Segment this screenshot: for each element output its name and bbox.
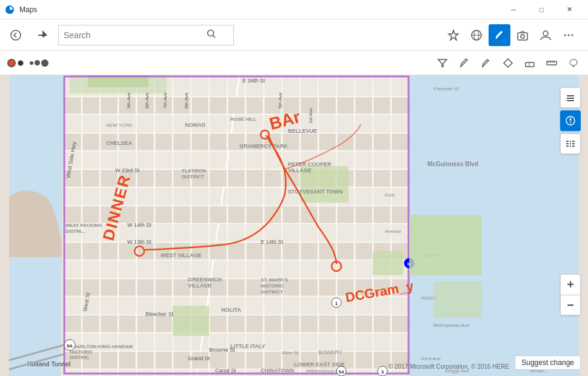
svg-rect-131 — [373, 133, 390, 150]
svg-text:CHELSEA: CHELSEA — [106, 140, 133, 146]
svg-rect-98 — [228, 97, 245, 114]
svg-rect-208 — [373, 315, 390, 332]
ink-options-left — [5, 59, 430, 67]
svg-rect-154 — [137, 243, 154, 260]
svg-rect-149 — [101, 352, 118, 369]
map-compass-button[interactable] — [560, 110, 581, 131]
camera-button[interactable] — [512, 24, 533, 46]
svg-rect-115 — [301, 133, 318, 150]
svg-point-3 — [208, 30, 214, 36]
svg-text:E 14th St: E 14th St — [261, 239, 284, 245]
map-layers-button[interactable] — [560, 87, 581, 108]
title-bar-left: Maps — [5, 5, 37, 15]
svg-rect-176 — [228, 315, 245, 332]
color-red-selected[interactable] — [7, 59, 16, 67]
svg-point-11 — [543, 31, 548, 36]
ruler-icon — [546, 58, 557, 69]
svg-rect-156 — [137, 315, 154, 332]
svg-rect-188 — [282, 315, 299, 332]
ink-pencil-button[interactable] — [476, 53, 496, 73]
title-bar: Maps ─ □ ✕ — [0, 0, 588, 19]
svg-rect-19 — [547, 61, 556, 65]
svg-rect-216 — [373, 251, 403, 275]
svg-rect-130 — [373, 97, 390, 114]
svg-line-4 — [213, 35, 216, 38]
svg-marker-290 — [569, 121, 572, 124]
svg-rect-69 — [82, 206, 99, 223]
svg-rect-135 — [392, 133, 409, 150]
layers-icon — [565, 92, 576, 103]
svg-rect-139 — [64, 279, 81, 296]
svg-rect-132 — [373, 170, 390, 187]
svg-rect-109 — [264, 206, 281, 223]
ink-pen-button[interactable] — [455, 53, 474, 73]
directions-button[interactable] — [32, 24, 53, 46]
svg-rect-175 — [228, 279, 245, 296]
more-button[interactable] — [558, 24, 580, 46]
favorites-button[interactable] — [443, 24, 464, 46]
svg-rect-66 — [82, 97, 99, 114]
ink-eraser-button[interactable] — [520, 53, 540, 73]
ink-pen-icon — [459, 58, 470, 69]
search-input[interactable] — [64, 30, 203, 40]
back-button[interactable] — [5, 24, 27, 46]
color-dark[interactable] — [18, 60, 24, 66]
svg-rect-207 — [373, 279, 390, 296]
svg-rect-212 — [392, 315, 409, 332]
size-small[interactable] — [30, 61, 33, 65]
minimize-button[interactable]: ─ — [499, 0, 527, 19]
svg-rect-144 — [82, 315, 99, 332]
svg-text:Kent Ave: Kent Ave — [421, 356, 441, 361]
map-zoom-group: + − — [560, 274, 581, 315]
svg-text:NOLITA: NOLITA — [221, 307, 241, 313]
ink-lasso-button[interactable] — [564, 53, 583, 73]
svg-text:NOMAD: NOMAD — [185, 122, 205, 128]
svg-text:Freeman St: Freeman St — [433, 86, 459, 92]
map-controls — [560, 87, 581, 154]
svg-rect-160 — [155, 315, 172, 332]
svg-rect-150 — [119, 243, 136, 260]
svg-rect-95 — [210, 133, 227, 150]
ink-ruler-button[interactable] — [542, 53, 561, 73]
svg-rect-9 — [518, 33, 527, 40]
size-medium[interactable] — [35, 60, 40, 65]
search-button[interactable] — [207, 29, 216, 41]
zoom-in-button[interactable]: + — [560, 274, 581, 295]
globe-button[interactable] — [466, 24, 487, 46]
svg-rect-185 — [264, 352, 281, 369]
svg-rect-291 — [566, 141, 575, 142]
lasso-icon — [568, 58, 579, 69]
map-container[interactable]: E 34th St W 23rd St W 14th St W 13th St … — [0, 75, 588, 376]
title-bar-controls: ─ □ ✕ — [499, 0, 583, 19]
svg-rect-17 — [526, 62, 534, 67]
svg-rect-215 — [173, 306, 209, 336]
svg-rect-77 — [119, 206, 136, 223]
svg-text:GRAMERCY PARK: GRAMERCY PARK — [239, 143, 288, 149]
size-large[interactable] — [41, 59, 48, 67]
suggest-change-button[interactable]: Suggest change — [515, 355, 581, 370]
pen-button[interactable] — [489, 24, 510, 46]
star-icon — [447, 29, 459, 41]
svg-rect-65 — [64, 206, 81, 223]
pen-icon — [493, 29, 506, 41]
close-button[interactable]: ✕ — [555, 0, 583, 19]
maximize-button[interactable]: □ — [527, 0, 555, 19]
ink-filter-button[interactable] — [433, 53, 452, 73]
zoom-out-button[interactable]: − — [560, 295, 581, 315]
svg-rect-202 — [355, 243, 372, 260]
svg-text:7th Ave: 7th Ave — [162, 92, 168, 109]
svg-rect-286 — [567, 98, 574, 99]
svg-rect-80 — [137, 170, 154, 187]
svg-rect-146 — [101, 243, 118, 260]
svg-text:WEST VILLAGE: WEST VILLAGE — [161, 252, 202, 258]
main-toolbar — [0, 19, 588, 51]
svg-rect-180 — [246, 315, 263, 332]
svg-marker-15 — [438, 59, 447, 67]
svg-rect-113 — [282, 206, 299, 223]
svg-rect-67 — [82, 133, 99, 150]
ink-diamond-button[interactable] — [498, 53, 518, 73]
svg-rect-293 — [566, 146, 575, 147]
svg-rect-204 — [355, 315, 372, 332]
profile-button[interactable] — [535, 24, 556, 46]
map-globe-view-button[interactable] — [560, 133, 581, 154]
